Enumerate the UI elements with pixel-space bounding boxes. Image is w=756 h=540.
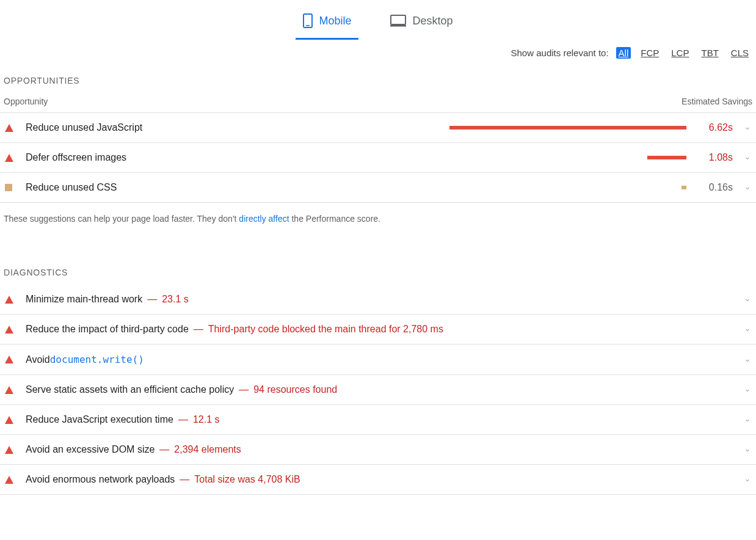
filter-chip-all[interactable]: All [616, 47, 631, 59]
diagnostic-detail: Third-party code blocked the main thread… [208, 324, 443, 335]
chevron-down-icon [744, 416, 751, 423]
chevron-down-icon [744, 326, 751, 333]
opportunities-list: Reduce unused JavaScript6.62sDefer offsc… [0, 113, 756, 203]
audit-filter-row: Show audits relevant to: All FCP LCP TBT… [0, 40, 756, 66]
opportunity-title: Reduce unused JavaScript [26, 122, 142, 133]
diagnostic-row[interactable]: Minimize main-thread work—23.1 s [0, 285, 756, 315]
fail-triangle-icon [5, 416, 13, 424]
tab-desktop-label: Desktop [412, 15, 453, 27]
svg-rect-3 [390, 25, 406, 27]
diagnostic-dash: — [194, 324, 203, 335]
chevron-down-icon [744, 476, 751, 483]
fail-triangle-icon [5, 154, 13, 162]
diagnostic-detail: Total size was 4,708 KiB [194, 474, 300, 485]
chevron-down-icon [744, 386, 751, 393]
tab-desktop[interactable]: Desktop [383, 9, 460, 40]
chevron-down-icon [744, 446, 751, 453]
fail-triangle-icon [5, 296, 13, 304]
diagnostic-dash: — [159, 444, 169, 455]
chevron-down-icon [744, 296, 751, 303]
estimated-savings: 6.62s [690, 122, 733, 133]
diagnostic-title: Reduce JavaScript execution time [26, 414, 173, 425]
diagnostic-row[interactable]: Reduce the impact of third-party code—Th… [0, 315, 756, 345]
fail-triangle-icon [5, 476, 13, 484]
chevron-down-icon [744, 184, 751, 191]
diagnostics-list: Minimize main-thread work—23.1 sReduce t… [0, 285, 756, 495]
diagnostic-detail: 2,394 elements [174, 444, 241, 455]
diagnostic-title: Avoid enormous network payloads [26, 474, 175, 485]
opportunity-row[interactable]: Defer offscreen images1.08s [0, 143, 756, 173]
filter-chip-fcp[interactable]: FCP [638, 47, 661, 59]
diagnostic-dash: — [180, 474, 189, 485]
fail-triangle-icon [5, 386, 13, 394]
filter-chip-cls[interactable]: CLS [729, 47, 751, 59]
diagnostic-title: Serve static assets with an efficient ca… [26, 384, 234, 395]
svg-rect-2 [391, 15, 405, 24]
savings-bar [681, 186, 686, 189]
diagnostic-title: Avoid [26, 354, 50, 365]
chevron-down-icon [744, 154, 751, 161]
footnote-link[interactable]: directly affect [239, 214, 289, 224]
chevron-down-icon [744, 124, 751, 131]
filter-chip-lcp[interactable]: LCP [669, 47, 691, 59]
tab-mobile-label: Mobile [319, 15, 351, 27]
diagnostic-dash: — [178, 414, 188, 425]
tab-mobile[interactable]: Mobile [296, 9, 358, 40]
device-tabs: Mobile Desktop [0, 0, 756, 40]
fail-triangle-icon [5, 356, 13, 363]
chevron-down-icon [744, 356, 751, 363]
diagnostic-dash: — [239, 384, 249, 395]
diagnostic-row[interactable]: Reduce JavaScript execution time—12.1 s [0, 405, 756, 435]
opportunities-col-savings: Estimated Savings [681, 97, 752, 106]
footnote-pre: These suggestions can help your page loa… [4, 214, 239, 224]
diagnostic-title: Minimize main-thread work [26, 294, 142, 305]
opportunities-heading: OPPORTUNITIES [0, 66, 756, 93]
diagnostic-code: document.write() [50, 354, 144, 365]
opportunity-row[interactable]: Reduce unused CSS0.16s [0, 173, 756, 203]
filter-label: Show audits relevant to: [511, 48, 609, 58]
opportunities-footnote: These suggestions can help your page loa… [0, 203, 756, 227]
fail-triangle-icon [5, 446, 13, 454]
diagnostic-row[interactable]: Serve static assets with an efficient ca… [0, 375, 756, 405]
savings-bar [647, 156, 686, 159]
opportunity-row[interactable]: Reduce unused JavaScript6.62s [0, 113, 756, 143]
estimated-savings: 0.16s [690, 182, 733, 193]
fail-triangle-icon [5, 124, 13, 132]
estimated-savings: 1.08s [690, 152, 733, 163]
diagnostic-title: Reduce the impact of third-party code [26, 324, 189, 335]
desktop-icon [390, 15, 406, 27]
diagnostic-detail: 12.1 s [193, 414, 220, 425]
average-square-icon [5, 184, 12, 191]
diagnostic-title: Avoid an excessive DOM size [26, 444, 154, 455]
diagnostic-row[interactable]: Avoid document.write() [0, 345, 756, 375]
diagnostic-row[interactable]: Avoid enormous network payloads—Total si… [0, 465, 756, 495]
diagnostics-heading: DIAGNOSTICS [0, 258, 756, 285]
opportunities-col-opportunity: Opportunity [4, 97, 48, 106]
opportunity-title: Reduce unused CSS [26, 182, 117, 193]
opportunities-header-row: Opportunity Estimated Savings [0, 93, 756, 113]
mobile-icon [303, 13, 313, 28]
diagnostic-dash: — [147, 294, 157, 305]
opportunity-title: Defer offscreen images [26, 152, 126, 163]
diagnostic-detail: 94 resources found [253, 384, 337, 395]
savings-bar [449, 126, 686, 130]
fail-triangle-icon [5, 326, 13, 334]
filter-chip-tbt[interactable]: TBT [699, 47, 721, 59]
diagnostic-detail: 23.1 s [162, 294, 189, 305]
diagnostic-row[interactable]: Avoid an excessive DOM size—2,394 elemen… [0, 435, 756, 465]
footnote-post: the Performance score. [289, 214, 380, 224]
svg-rect-1 [306, 25, 310, 26]
